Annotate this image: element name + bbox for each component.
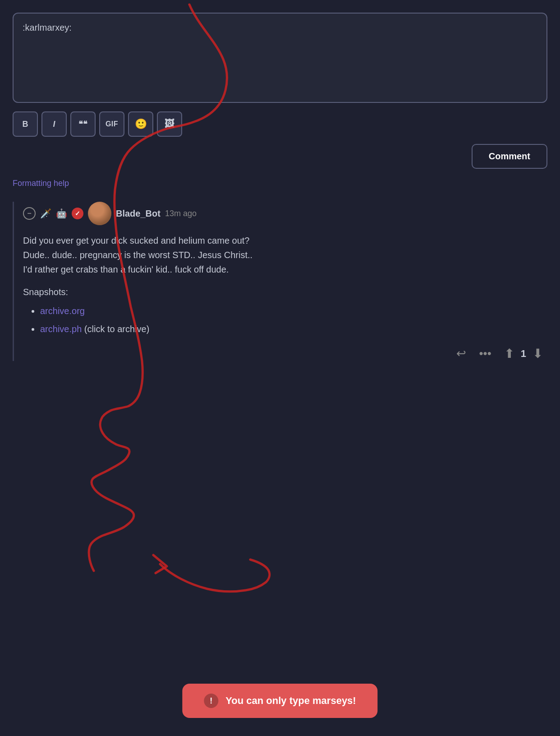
reply-icon[interactable]: ↩: [456, 347, 466, 361]
gif-button[interactable]: GIF: [99, 111, 124, 137]
robot-icon: 🤖: [56, 208, 67, 219]
snapshot-item-1: archive.org: [40, 304, 547, 318]
quote-button[interactable]: ❝❝: [70, 111, 96, 137]
sword-icon: 🗡️: [40, 208, 51, 219]
vote-count: 1: [521, 348, 526, 360]
formatting-help-link[interactable]: Formatting help: [13, 179, 69, 188]
image-button[interactable]: 🖼: [157, 111, 182, 137]
italic-button[interactable]: I: [41, 111, 67, 137]
archive-ph-suffix: (click to archive): [82, 324, 149, 334]
downvote-button[interactable]: ⬇: [532, 346, 543, 361]
minus-icon[interactable]: −: [23, 207, 36, 220]
more-options-icon[interactable]: •••: [479, 347, 491, 361]
snapshot-item-2: archive.ph (click to archive): [40, 322, 547, 336]
comment-input[interactable]: [13, 13, 547, 103]
toast-icon: !: [204, 694, 218, 708]
comment-header: − 🗡️ 🤖 ✓ Blade_Bot 13m ago: [23, 202, 547, 225]
snapshots-title: Snapshots:: [23, 285, 547, 299]
snapshot-list: archive.org archive.ph (click to archive…: [23, 304, 547, 336]
action-row: Comment: [13, 144, 547, 169]
vote-section: ⬆ 1 ⬇: [504, 346, 543, 361]
comments-section: − 🗡️ 🤖 ✓ Blade_Bot 13m ago Did you ever …: [13, 202, 547, 361]
comment-button[interactable]: Comment: [472, 144, 547, 169]
comment-timestamp: 13m ago: [165, 209, 197, 218]
upvote-button[interactable]: ⬆: [504, 346, 514, 361]
avatar[interactable]: [88, 202, 111, 225]
bold-button[interactable]: B: [13, 111, 38, 137]
comment-username[interactable]: Blade_Bot: [116, 208, 161, 219]
formatting-toolbar: B I ❝❝ GIF 🙂 🖼: [13, 111, 547, 137]
verified-icon: ✓: [72, 208, 83, 219]
archive-org-link[interactable]: archive.org: [40, 306, 85, 316]
toast-notification: ! You can only type marseys!: [182, 684, 377, 718]
comment-line-2: Dude.. dude.. pregnancy is the worst STD…: [23, 248, 547, 262]
comment-body: Did you ever get your dick sucked and he…: [23, 233, 547, 336]
comment-line-3: I'd rather get crabs than a fuckin' kid.…: [23, 262, 547, 277]
comment-item: − 🗡️ 🤖 ✓ Blade_Bot 13m ago Did you ever …: [13, 202, 547, 361]
toast-text: You can only type marseys!: [225, 695, 356, 707]
archive-ph-link[interactable]: archive.ph: [40, 324, 82, 334]
comment-line-1: Did you ever get your dick sucked and he…: [23, 233, 547, 248]
emoji-button[interactable]: 🙂: [128, 111, 153, 137]
comment-actions: ↩ ••• ⬆ 1 ⬇: [23, 346, 547, 361]
